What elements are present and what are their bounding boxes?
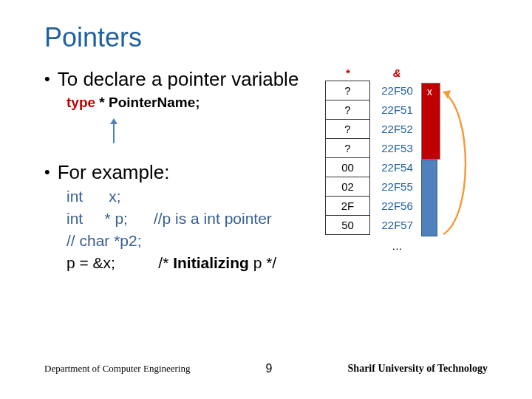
cmt-close: p */ xyxy=(249,254,276,271)
mem-val: ? xyxy=(326,120,370,139)
bullet-1: • To declare a pointer variable xyxy=(44,66,318,92)
mem-dots: … xyxy=(370,235,420,254)
mem-addr: 22F51 xyxy=(370,100,420,120)
mem-addr: 22F57 xyxy=(370,216,420,235)
memory-table: * & ?22F50 ?22F51 ?22F52 ?22F53 0022F54 … xyxy=(325,66,420,254)
footer: Department of Computer Engineering 9 Sha… xyxy=(0,362,532,375)
mem-addr: 22F54 xyxy=(370,158,420,177)
bullet-dot: • xyxy=(44,160,50,185)
bullet-2: • For example: xyxy=(44,160,318,185)
code-line-3: // char *p2; xyxy=(66,232,318,250)
x-label: x xyxy=(427,86,432,98)
left-column: • To declare a pointer variable type * P… xyxy=(44,66,325,276)
page-number: 9 xyxy=(266,362,273,375)
mem-addr: 22F55 xyxy=(370,177,420,197)
header-amp: & xyxy=(370,66,420,81)
mem-val: 50 xyxy=(326,216,370,235)
mem-addr: 22F50 xyxy=(370,81,420,100)
code-block: int x; int * p; //p is a int pointer // … xyxy=(66,188,318,272)
footer-dept: Department of Computer Engineering xyxy=(44,363,190,375)
bullet-dot: • xyxy=(44,66,50,92)
syntax-line: type * PointerName; xyxy=(66,95,318,111)
syntax-star: * xyxy=(99,95,109,110)
mem-val: ? xyxy=(326,81,370,100)
body-area: • To declare a pointer variable type * P… xyxy=(44,66,495,276)
code-line-2: int * p; //p is a int pointer xyxy=(66,210,318,228)
mem-val: ? xyxy=(326,100,370,120)
syntax-pname: PointerName; xyxy=(109,95,200,110)
header-star: * xyxy=(326,66,370,81)
assign: p = &x; xyxy=(66,254,115,271)
slide-title: Pointers xyxy=(44,22,495,53)
syntax-type: type xyxy=(66,95,95,110)
cmt-strong: Initializing xyxy=(173,254,249,271)
code-line-1: int x; xyxy=(66,188,318,205)
mem-val: 02 xyxy=(326,177,370,197)
code-line-4: p = &x; /* Initializing p */ xyxy=(66,254,318,272)
up-arrow-icon xyxy=(108,118,318,146)
mem-val: ? xyxy=(326,139,370,158)
bullet-2-text: For example: xyxy=(58,160,170,185)
var-p: * p; xyxy=(104,210,128,227)
blue-box-p xyxy=(421,160,437,236)
var-x: x; xyxy=(109,188,120,205)
mem-addr: 22F52 xyxy=(370,120,420,139)
kw-int: int xyxy=(66,210,83,227)
mem-addr: 22F53 xyxy=(370,139,420,158)
slide: Pointers • To declare a pointer variable… xyxy=(0,0,532,399)
cmt-open: /* xyxy=(158,254,173,271)
right-column: * & ?22F50 ?22F51 ?22F52 ?22F53 0022F54 … xyxy=(325,66,495,276)
footer-university: Sharif University of Technology xyxy=(348,363,488,375)
mem-val: 00 xyxy=(326,158,370,177)
mem-addr: 22F56 xyxy=(370,197,420,216)
comment-1: //p is a int pointer xyxy=(154,210,272,227)
pointer-arrow-icon xyxy=(436,83,480,238)
kw-int: int xyxy=(66,188,83,205)
bullet-1-text: To declare a pointer variable xyxy=(58,66,299,92)
svg-marker-1 xyxy=(110,118,117,124)
mem-val: 2F xyxy=(326,197,370,216)
